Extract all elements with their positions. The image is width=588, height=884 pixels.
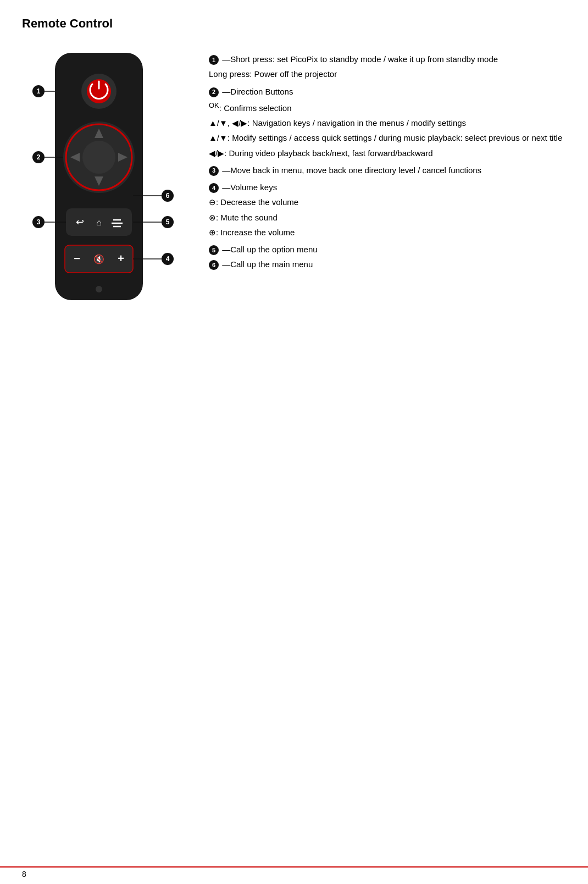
page-container: Remote Control OK	[0, 0, 588, 346]
desc-1: 1 —Short press: set PicoPix to standby m…	[209, 53, 566, 65]
desc-2-nav: ▲/▼, ◀/▶: Navigation keys / navigation i…	[209, 117, 566, 129]
svg-text:↩: ↩	[76, 217, 84, 228]
desc-6: 6 —Call up the main menu	[209, 258, 566, 270]
svg-point-21	[96, 286, 102, 292]
svg-text:6: 6	[166, 192, 170, 200]
svg-text:4: 4	[166, 255, 170, 263]
desc-4-mute: ⊗: Mute the sound	[209, 211, 566, 224]
remote-area: OK ↩ ⌂	[22, 47, 192, 324]
desc-3: 3 —Move back in menu, move back one dire…	[209, 164, 566, 176]
desc-5: 5 —Call up the option menu	[209, 243, 566, 256]
svg-text:⌂: ⌂	[96, 218, 102, 227]
num-6: 6	[209, 260, 219, 270]
desc-2-ok: OK: Confirms selection	[209, 100, 566, 114]
page-title: Remote Control	[22, 16, 566, 31]
desc-2: 2 —Direction Buttons	[209, 85, 566, 98]
svg-point-9	[82, 141, 115, 174]
desc-4-minus: ⊖: Decrease the volume	[209, 196, 566, 208]
svg-text:−: −	[74, 252, 80, 264]
svg-text:2: 2	[37, 153, 41, 161]
description-area: 1 —Short press: set PicoPix to standby m…	[209, 47, 566, 273]
num-5: 5	[209, 245, 219, 255]
num-3: 3	[209, 166, 219, 176]
num-2: 2	[209, 87, 219, 97]
num-4: 4	[209, 183, 219, 193]
svg-text:+: +	[118, 252, 124, 264]
content-area: OK ↩ ⌂	[22, 47, 566, 324]
bottom-line	[0, 866, 588, 868]
desc-1-longpress: Long press: Power off the projector	[209, 68, 566, 80]
svg-text:5: 5	[166, 218, 170, 226]
num-1: 1	[209, 55, 219, 65]
desc-4: 4 —Volume keys	[209, 181, 566, 194]
svg-text:3: 3	[37, 218, 41, 226]
desc-2-video: ◀/▶: During video playback back/next, fa…	[209, 147, 566, 159]
svg-text:1: 1	[37, 87, 41, 95]
svg-text:🔇: 🔇	[93, 254, 104, 264]
page-number: 8	[22, 870, 26, 879]
desc-4-plus: ⊕: Increase the volume	[209, 226, 566, 239]
desc-2-modify: ▲/▼: Modify settings / access quick sett…	[209, 131, 566, 144]
